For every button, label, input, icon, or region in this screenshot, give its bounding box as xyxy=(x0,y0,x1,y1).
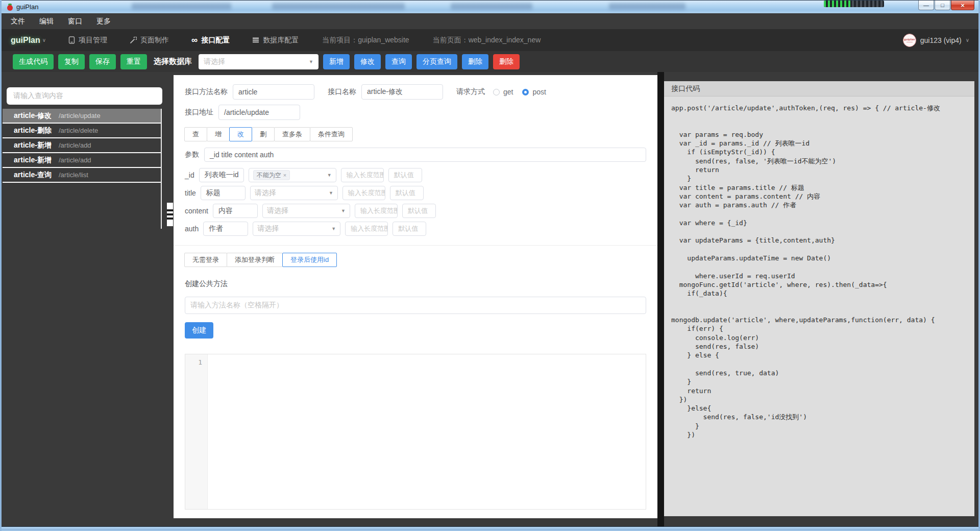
menu-window[interactable]: 窗口 xyxy=(68,17,82,26)
method-name-input[interactable]: article xyxy=(233,84,314,100)
list-item-article-add[interactable]: article-新增 /article/add xyxy=(3,138,161,153)
select-database-label: 选择数据库 xyxy=(154,57,192,66)
page-query-button[interactable]: 分页查询 xyxy=(416,54,457,69)
save-button[interactable]: 保存 xyxy=(89,54,116,69)
public-method-editor[interactable]: 1 xyxy=(185,354,646,510)
param-desc-input[interactable]: 内容 xyxy=(213,204,258,218)
crud-tabs: 查 增 改 删 查多条 条件查询 xyxy=(185,127,646,141)
param-length-input[interactable]: 输入长度范围 xyxy=(355,204,398,218)
copy-button[interactable]: 复制 xyxy=(58,54,85,69)
tab-login-use-id[interactable]: 登录后使用id xyxy=(282,253,337,267)
param-desc-input[interactable]: 列表唯一id xyxy=(199,168,244,182)
close-button[interactable]: × xyxy=(951,1,974,10)
nav-item-project-manage[interactable]: 项目管理 xyxy=(68,36,107,45)
api-list-sidebar: 请输入查询内容 article-修改 /article/update artic… xyxy=(2,72,166,526)
minimize-button[interactable]: — xyxy=(918,1,934,10)
caret-down-icon: ▼ xyxy=(327,173,332,178)
list-item-article-add-2[interactable]: article-新增 /article/add xyxy=(3,153,161,168)
param-length-input[interactable]: 输入长度范围 xyxy=(342,186,385,200)
param-rule-select[interactable]: 请选择 ▼ xyxy=(253,222,340,236)
background-blur xyxy=(132,3,231,10)
param-rule-select[interactable]: 请选择 ▼ xyxy=(250,186,338,200)
menu-edit[interactable]: 编辑 xyxy=(39,17,54,26)
request-type-label: 请求方式 xyxy=(456,87,485,96)
tab-query-multi[interactable]: 查多条 xyxy=(274,127,310,141)
api-code-header: 接口代码 xyxy=(664,81,974,96)
background-blur xyxy=(451,3,532,10)
tab-update[interactable]: 改 xyxy=(229,127,252,141)
tab-login-check[interactable]: 添加登录判断 xyxy=(227,253,283,267)
api-list: article-修改 /article/update article-删除 /a… xyxy=(3,109,162,229)
param-row-auth: auth 作者 请选择 ▼ 输入长度范围 默认值 xyxy=(185,222,646,236)
menu-file[interactable]: 文件 xyxy=(11,17,25,26)
param-desc-input[interactable]: 作者 xyxy=(203,222,248,236)
param-row-content: content 内容 请选择 ▼ 输入长度范围 默认值 xyxy=(185,204,646,218)
nav-item-page-build[interactable]: 页面制作 xyxy=(130,36,169,45)
public-method-title: 创建公共方法 xyxy=(185,279,646,288)
method-name-label: 接口方法名称 xyxy=(185,87,228,96)
database-select[interactable]: 请选择 ▼ xyxy=(199,54,318,69)
api-name-input[interactable]: article-修改 xyxy=(361,84,443,100)
search-input[interactable]: 请输入查询内容 xyxy=(7,87,162,105)
tab-create[interactable]: 增 xyxy=(207,127,230,141)
avatar: guiplan xyxy=(903,34,916,47)
editor-text-area[interactable] xyxy=(208,354,646,509)
radio-icon xyxy=(522,89,529,95)
delete-button[interactable]: 删除 xyxy=(462,54,488,69)
list-item-article-delete[interactable]: article-删除 /article/delete xyxy=(3,124,161,138)
param-desc-input[interactable]: 标题 xyxy=(201,186,246,200)
param-default-input[interactable]: 默认值 xyxy=(390,186,424,200)
param-row-title: title 标题 请选择 ▼ 输入长度范围 默认值 xyxy=(185,186,646,200)
list-item-article-update[interactable]: article-修改 /article/update xyxy=(3,109,161,124)
chevron-down-icon: ∨ xyxy=(42,37,46,43)
tab-query[interactable]: 查 xyxy=(184,127,207,141)
tag-close-icon[interactable]: × xyxy=(283,172,286,178)
query-button[interactable]: 查询 xyxy=(385,54,412,69)
method-name-create-input[interactable]: 请输入方法名称（空格隔开） xyxy=(185,297,646,314)
delete-red-button[interactable]: 删除 xyxy=(493,54,520,69)
api-code-listing: app.post('/article/update',authToken,(re… xyxy=(664,96,974,516)
param-length-input[interactable]: 输入长度范围 xyxy=(341,168,384,182)
param-rule-select[interactable]: 不能为空 × ▼ xyxy=(249,168,336,182)
logo-menu[interactable]: guiPlan ∨ xyxy=(11,36,46,45)
param-rule-select[interactable]: 请选择 ▼ xyxy=(262,204,350,218)
menu-more[interactable]: 更多 xyxy=(96,17,111,26)
tab-delete[interactable]: 删 xyxy=(252,127,275,141)
generate-code-button[interactable]: 生成代码 xyxy=(13,54,54,69)
param-default-input[interactable]: 默认值 xyxy=(402,204,436,218)
add-button[interactable]: 新增 xyxy=(323,54,350,69)
param-default-input[interactable]: 默认值 xyxy=(388,168,422,182)
api-form-panel: 接口方法名称 article 接口名称 article-修改 请求方式 get … xyxy=(174,75,657,518)
radio-icon xyxy=(493,89,500,95)
vertical-scrollbar[interactable] xyxy=(657,72,664,526)
user-name: gui123 (vip4) xyxy=(920,36,962,44)
radio-get[interactable]: get xyxy=(493,88,513,96)
menu-bar: 文件 编辑 窗口 更多 xyxy=(2,13,978,29)
caret-down-icon: ▼ xyxy=(329,190,333,196)
params-input[interactable]: _id title content auth xyxy=(204,148,646,162)
tab-query-condition[interactable]: 条件查询 xyxy=(310,127,353,141)
param-length-input[interactable]: 输入长度范围 xyxy=(345,222,388,236)
list-item-article-list[interactable]: article-查询 /article/list xyxy=(3,168,161,183)
caret-down-icon: ▼ xyxy=(309,59,313,64)
splitter-handle[interactable] xyxy=(167,203,173,226)
user-menu[interactable]: guiplan gui123 (vip4) ∨ xyxy=(903,34,969,47)
create-button[interactable]: 创建 xyxy=(185,322,213,339)
document-icon xyxy=(68,36,75,44)
app-strawberry-icon xyxy=(7,4,13,11)
param-default-input[interactable]: 默认值 xyxy=(393,222,426,236)
reset-button[interactable]: 重置 xyxy=(120,54,147,69)
current-page-label: 当前页面：web_index_index_new xyxy=(433,36,541,45)
panel-splitter xyxy=(166,72,174,526)
database-icon xyxy=(252,37,259,43)
nav-item-api-config[interactable]: ∞ 接口配置 xyxy=(191,36,230,45)
background-blur xyxy=(272,3,405,10)
tab-no-login[interactable]: 无需登录 xyxy=(184,253,227,267)
nav-item-db-config[interactable]: 数据库配置 xyxy=(252,36,299,45)
maximize-button[interactable]: □ xyxy=(935,1,950,10)
modify-button[interactable]: 修改 xyxy=(354,54,381,69)
radio-post[interactable]: post xyxy=(522,88,546,96)
window-title: guiPlan xyxy=(16,3,38,11)
api-url-label: 接口地址 xyxy=(185,108,213,117)
api-url-input[interactable]: /article/update xyxy=(218,105,300,120)
